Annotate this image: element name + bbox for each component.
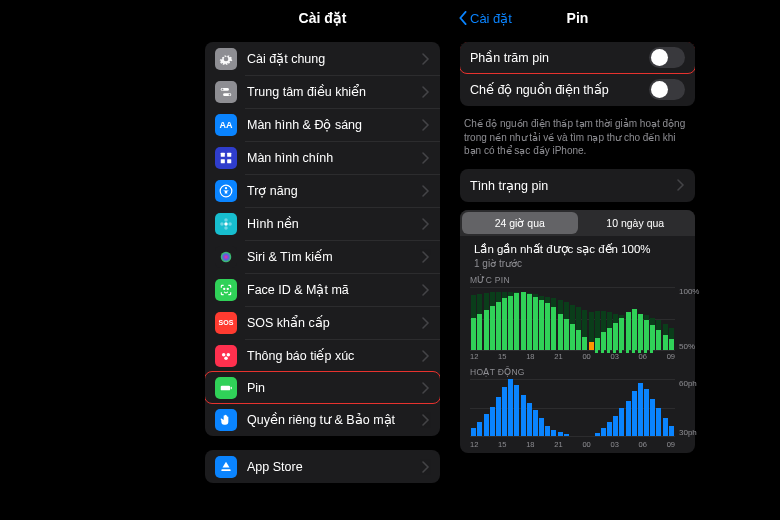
chevron-right-icon — [677, 179, 685, 191]
settings-row-gear[interactable]: Cài đặt chung — [205, 42, 440, 75]
activity-chart: 60ph30ph 1215182100030609 — [470, 379, 705, 449]
row-label: Quyền riêng tư & Bảo mật — [247, 412, 422, 427]
face-icon — [215, 279, 237, 301]
switches-icon — [215, 81, 237, 103]
row-label: Cài đặt chung — [247, 51, 422, 66]
battery-health-group: Tình trạng pin — [460, 169, 695, 202]
access-icon — [215, 180, 237, 202]
chevron-right-icon — [422, 251, 430, 263]
settings-list-2: App Store — [205, 450, 440, 483]
toggle-row: Phần trăm pin — [460, 42, 695, 73]
flower-icon — [215, 213, 237, 235]
chevron-right-icon — [422, 317, 430, 329]
chevron-right-icon — [422, 382, 430, 394]
row-label: Màn hình & Độ sáng — [247, 117, 422, 132]
exposure-icon — [215, 345, 237, 367]
chevron-right-icon — [422, 185, 430, 197]
last-charge-info: Lần gần nhất được sạc đến 100% 1 giờ trư… — [470, 238, 685, 269]
gear-icon — [215, 48, 237, 70]
settings-row-flower[interactable]: Hình nền — [205, 207, 440, 240]
svg-point-3 — [229, 93, 231, 95]
toggle-switch[interactable] — [649, 79, 685, 100]
svg-point-13 — [220, 222, 224, 226]
svg-rect-6 — [221, 159, 225, 163]
svg-rect-7 — [227, 159, 231, 163]
low-power-footer: Chế độ nguồn điện thấp tạm thời giảm hoạ… — [450, 112, 705, 163]
chevron-right-icon — [422, 284, 430, 296]
battery-health-label: Tình trạng pin — [470, 178, 677, 193]
chevron-right-icon — [422, 152, 430, 164]
settings-row-switches[interactable]: Trung tâm điều khiển — [205, 75, 440, 108]
settings-row-siri[interactable]: Siri & Tìm kiếm — [205, 240, 440, 273]
svg-point-14 — [228, 222, 232, 226]
battery-level-title: MỨC PIN — [470, 275, 685, 285]
row-label: Hình nền — [247, 216, 422, 231]
settings-row-access[interactable]: Trợ năng — [205, 174, 440, 207]
segment-24h[interactable]: 24 giờ qua — [462, 212, 578, 234]
svg-rect-4 — [221, 152, 225, 156]
settings-screen: Cài đặt Cài đặt chungTrung tâm điều khiể… — [195, 0, 450, 520]
row-label: Màn hình chính — [247, 151, 422, 165]
header: Cài đặt Pin — [450, 0, 705, 36]
battery-screen: Cài đặt Pin Phần trăm pinChế độ nguồn đi… — [450, 0, 705, 520]
settings-row-exposure[interactable]: Thông báo tiếp xúc — [205, 339, 440, 372]
chevron-right-icon — [422, 461, 430, 473]
row-label: SOS khẩn cấp — [247, 315, 422, 330]
settings-row-hand[interactable]: Quyền riêng tư & Bảo mật — [205, 403, 440, 436]
siri-icon — [215, 246, 237, 268]
settings-row-battery[interactable]: Pin — [205, 372, 440, 403]
svg-point-19 — [227, 353, 231, 357]
svg-point-17 — [227, 288, 228, 289]
svg-point-18 — [222, 353, 226, 357]
svg-rect-22 — [231, 386, 232, 388]
grid-icon — [215, 147, 237, 169]
toggle-switch[interactable] — [649, 47, 685, 68]
usage-card: 24 giờ qua 10 ngày qua Lần gần nhất được… — [460, 210, 695, 453]
settings-list: Cài đặt chungTrung tâm điều khiểnAAMàn h… — [205, 42, 440, 436]
AA-icon: AA — [215, 114, 237, 136]
segment-10d[interactable]: 10 ngày qua — [578, 212, 694, 234]
settings-row-face[interactable]: Face ID & Mật mã — [205, 273, 440, 306]
hand-icon — [215, 409, 237, 431]
battery-icon — [215, 377, 237, 399]
row-label: Face ID & Mật mã — [247, 282, 422, 297]
battery-level-chart: 100%50% 1215182100030609 — [470, 287, 705, 361]
svg-rect-5 — [227, 152, 231, 156]
page-title: Cài đặt — [299, 10, 347, 26]
activity-title: HOẠT ĐỘNG — [470, 367, 685, 377]
header: Cài đặt — [195, 0, 450, 36]
row-label: Thông báo tiếp xúc — [247, 348, 422, 363]
page-title: Pin — [567, 10, 589, 26]
battery-health-row[interactable]: Tình trạng pin — [460, 169, 695, 202]
settings-row-AA[interactable]: AAMàn hình & Độ sáng — [205, 108, 440, 141]
settings-row-grid[interactable]: Màn hình chính — [205, 141, 440, 174]
time-range-segment: 24 giờ qua 10 ngày qua — [460, 210, 695, 236]
last-charge-sub: 1 giờ trước — [474, 258, 681, 269]
toggle-row: Chế độ nguồn điện thấp — [460, 73, 695, 106]
row-label: Trung tâm điều khiển — [247, 84, 422, 99]
svg-point-20 — [224, 356, 228, 360]
svg-rect-21 — [221, 385, 230, 390]
row-label: Siri & Tìm kiếm — [247, 249, 422, 264]
chevron-right-icon — [422, 414, 430, 426]
svg-point-9 — [225, 186, 227, 188]
SOS-icon: SOS — [215, 312, 237, 334]
toggle-label: Chế độ nguồn điện thấp — [470, 82, 649, 97]
chevron-right-icon — [422, 53, 430, 65]
chevron-right-icon — [422, 350, 430, 362]
settings-row-appstore[interactable]: App Store — [205, 450, 440, 483]
chevron-right-icon — [422, 119, 430, 131]
row-label: App Store — [247, 460, 422, 474]
back-button[interactable]: Cài đặt — [458, 11, 512, 26]
svg-point-11 — [224, 218, 228, 222]
svg-point-1 — [222, 88, 224, 90]
svg-point-10 — [224, 222, 228, 226]
chevron-right-icon — [422, 218, 430, 230]
back-label: Cài đặt — [470, 11, 512, 26]
last-charge-title: Lần gần nhất được sạc đến 100% — [474, 242, 681, 256]
settings-row-SOS[interactable]: SOSSOS khẩn cấp — [205, 306, 440, 339]
appstore-icon — [215, 456, 237, 478]
svg-point-16 — [224, 288, 225, 289]
row-label: Trợ năng — [247, 183, 422, 198]
chevron-right-icon — [422, 86, 430, 98]
